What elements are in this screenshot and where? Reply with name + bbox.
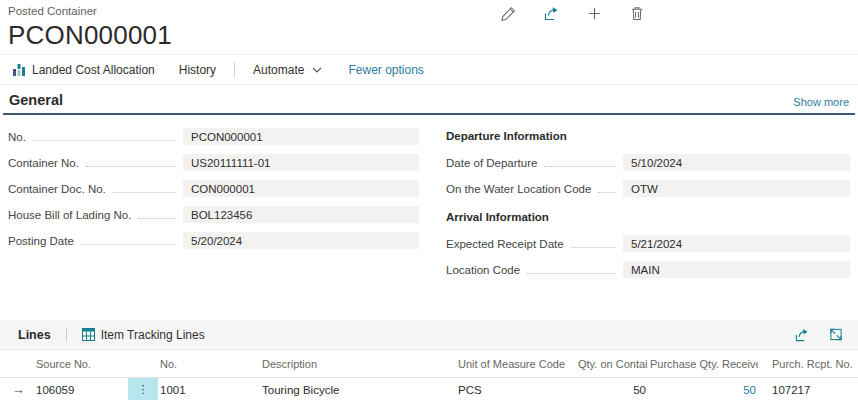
action-bar: Landed Cost Allocation History Automate … (0, 55, 858, 85)
field-container-no-input[interactable]: US20111111-01 (183, 154, 419, 171)
field-label: Date of Departure (446, 157, 537, 169)
page-toolbar (500, 5, 645, 21)
item-tracking-lines-label: Item Tracking Lines (101, 328, 205, 342)
page-title: PCON000001 (8, 20, 850, 51)
cell-uom[interactable]: PCS (456, 384, 576, 396)
field-house-bill-of-lading: House Bill of Lading No. BOL123456 (8, 206, 419, 223)
column-header-qty-on-container[interactable]: Qty. on Container (576, 358, 648, 370)
fewer-options-label: Fewer options (348, 63, 423, 77)
landed-cost-allocation-label: Landed Cost Allocation (32, 63, 155, 77)
lines-header-divider (66, 327, 67, 342)
show-more-link[interactable]: Show more (793, 96, 849, 108)
cell-purch-rcpt-no[interactable]: 107217 (758, 384, 858, 396)
lines-table-header: Source No. No. Description Unit of Measu… (0, 350, 858, 378)
field-container-doc-no-input[interactable]: CON000001 (183, 180, 419, 197)
dotted-leader (81, 244, 176, 245)
automate-menu-button[interactable]: Automate (253, 63, 322, 77)
general-section-title[interactable]: General (9, 92, 63, 108)
delete-trash-icon[interactable] (629, 5, 645, 21)
selected-row-arrow-icon: → (0, 382, 34, 397)
dotted-leader (33, 140, 176, 141)
field-date-of-departure: Date of Departure 5/10/2024 (446, 154, 850, 171)
dotted-leader (138, 218, 176, 219)
history-label: History (179, 63, 216, 77)
cell-qty-on-container[interactable]: 50 (576, 384, 648, 396)
lines-part-header: Lines Item Tracking Lines (0, 320, 858, 350)
field-label: House Bill of Lading No. (8, 209, 131, 221)
field-label: No. (8, 131, 26, 143)
column-header-source-no[interactable]: Source No. (34, 358, 128, 370)
field-location-code-input[interactable]: MAIN (623, 261, 850, 278)
column-header-description[interactable]: Description (260, 358, 456, 370)
field-no: No. PCON000001 (8, 128, 419, 145)
column-header-no[interactable]: No. (158, 358, 260, 370)
column-header-purchase-qty-received[interactable]: Purchase Qty. Received (648, 358, 758, 370)
fewer-options-button[interactable]: Fewer options (348, 63, 423, 77)
actionbar-divider (234, 62, 235, 78)
field-label: On the Water Location Code (446, 183, 591, 195)
dotted-leader (527, 273, 616, 274)
cell-description[interactable]: Touring Bicycle (260, 384, 456, 396)
share-lines-icon[interactable] (793, 327, 809, 343)
edit-pencil-icon[interactable] (500, 5, 516, 21)
column-header-purch-rcpt-no[interactable]: Purch. Rcpt. No. (758, 358, 858, 370)
table-row[interactable]: → 106059 ⋮ 1001 Touring Bicycle PCS 50 5… (0, 378, 858, 400)
dotted-leader (598, 192, 616, 193)
item-tracking-lines-button[interactable]: Item Tracking Lines (82, 328, 205, 342)
landed-cost-chart-icon (13, 64, 26, 76)
chevron-down-icon (312, 67, 322, 73)
new-plus-icon[interactable] (586, 5, 602, 21)
page-header: Posted Container PCON000001 (0, 0, 858, 55)
dotted-leader (113, 192, 176, 193)
field-no-input[interactable]: PCON000001 (183, 128, 419, 145)
departure-information-heading: Departure Information (446, 130, 850, 144)
field-on-the-water-location-input[interactable]: OTW (623, 180, 850, 197)
item-tracking-icon (82, 328, 95, 341)
dotted-leader (544, 166, 616, 167)
field-label: Posting Date (8, 235, 74, 247)
field-container-no: Container No. US20111111-01 (8, 154, 419, 171)
field-label: Container Doc. No. (8, 183, 106, 195)
lines-part: Lines Item Tracking Lines Source No. (0, 320, 858, 400)
breadcrumb[interactable]: Posted Container (8, 5, 850, 17)
cell-source-no[interactable]: 106059 (34, 384, 128, 396)
share-icon[interactable] (543, 5, 559, 21)
posted-container-page: Posted Container PCON000001 Landed Cost … (0, 0, 858, 400)
history-button[interactable]: History (179, 63, 216, 77)
field-on-the-water-location: On the Water Location Code OTW (446, 180, 850, 197)
general-left-column: No. PCON000001 Container No. US20111111-… (8, 128, 419, 287)
expand-focus-mode-icon[interactable] (828, 327, 844, 343)
cell-no[interactable]: 1001 (158, 384, 260, 396)
row-options-ellipsis-icon[interactable]: ⋮ (128, 378, 158, 400)
field-label: Container No. (8, 157, 79, 169)
field-posting-date: Posting Date 5/20/2024 (8, 232, 419, 249)
column-header-uom[interactable]: Unit of Measure Code (456, 358, 576, 370)
arrival-information-heading: Arrival Information (446, 211, 850, 225)
dotted-leader (571, 247, 616, 248)
field-posting-date-input[interactable]: 5/20/2024 (183, 232, 419, 249)
general-fields: No. PCON000001 Container No. US20111111-… (0, 115, 858, 287)
field-expected-receipt-date-input[interactable]: 5/21/2024 (623, 235, 850, 252)
field-label: Expected Receipt Date (446, 238, 564, 250)
general-section-header: General Show more (3, 85, 855, 115)
field-date-of-departure-input[interactable]: 5/10/2024 (623, 154, 850, 171)
general-right-column: Departure Information Date of Departure … (446, 128, 850, 287)
group-spacer (446, 206, 850, 209)
field-container-doc-no: Container Doc. No. CON000001 (8, 180, 419, 197)
cell-purchase-qty-received-link[interactable]: 50 (648, 384, 758, 396)
dotted-leader (86, 166, 176, 167)
landed-cost-allocation-button[interactable]: Landed Cost Allocation (13, 63, 155, 77)
field-location-code: Location Code MAIN (446, 261, 850, 278)
automate-label: Automate (253, 63, 304, 77)
field-label: Location Code (446, 264, 520, 276)
field-house-bill-input[interactable]: BOL123456 (183, 206, 419, 223)
lines-header-actions (793, 327, 844, 343)
lines-tab[interactable]: Lines (18, 328, 51, 342)
field-expected-receipt-date: Expected Receipt Date 5/21/2024 (446, 235, 850, 252)
